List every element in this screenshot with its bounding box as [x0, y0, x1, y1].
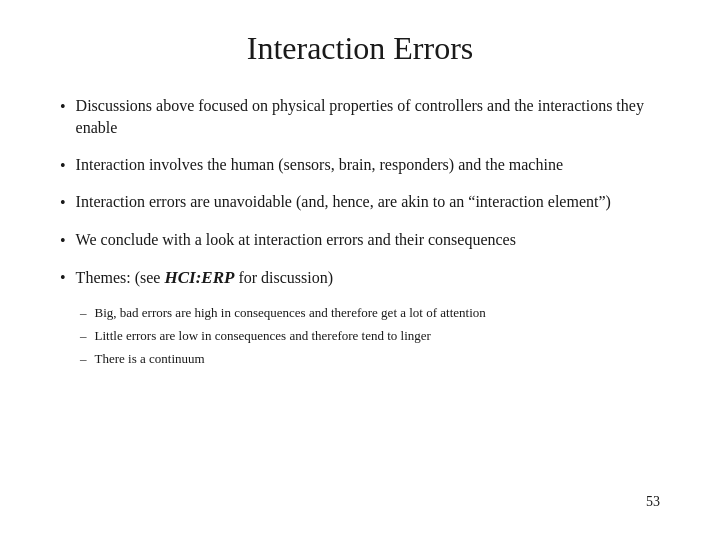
list-item: • Themes: (see HCI:ERP for discussion)	[60, 266, 660, 290]
bullet-dot: •	[60, 155, 66, 177]
sub-dash: –	[80, 350, 87, 368]
sub-dash: –	[80, 304, 87, 322]
sub-text: There is a continuum	[95, 350, 661, 368]
bullet-text-themes: Themes: (see HCI:ERP for discussion)	[76, 266, 660, 290]
sub-dash: –	[80, 327, 87, 345]
bullet-text: Interaction involves the human (sensors,…	[76, 154, 660, 176]
list-item: – Big, bad errors are high in consequenc…	[80, 304, 660, 322]
bullet-text: We conclude with a look at interaction e…	[76, 229, 660, 251]
list-item: – Little errors are low in consequences …	[80, 327, 660, 345]
bullet-dot: •	[60, 96, 66, 118]
bullet-dot: •	[60, 230, 66, 252]
sub-list: – Big, bad errors are high in consequenc…	[80, 304, 660, 369]
bullet-text: Interaction errors are unavoidable (and,…	[76, 191, 660, 213]
themes-prefix: Themes: (see	[76, 269, 165, 286]
themes-suffix: for discussion)	[234, 269, 333, 286]
bullet-dot: •	[60, 267, 66, 289]
slide-title: Interaction Errors	[60, 30, 660, 67]
slide: Interaction Errors • Discussions above f…	[0, 0, 720, 540]
list-item: • Discussions above focused on physical …	[60, 95, 660, 140]
page-number: 53	[60, 488, 660, 510]
sub-text: Little errors are low in consequences an…	[95, 327, 661, 345]
sub-text: Big, bad errors are high in consequences…	[95, 304, 661, 322]
sub-bullet-container: – Big, bad errors are high in consequenc…	[60, 304, 660, 369]
list-item: • Interaction involves the human (sensor…	[60, 154, 660, 177]
bullet-dot: •	[60, 192, 66, 214]
themes-highlight: HCI:ERP	[164, 268, 234, 287]
list-item: • Interaction errors are unavoidable (an…	[60, 191, 660, 214]
list-item: – There is a continuum	[80, 350, 660, 368]
bullet-list: • Discussions above focused on physical …	[60, 95, 660, 488]
bullet-text: Discussions above focused on physical pr…	[76, 95, 660, 140]
list-item: • We conclude with a look at interaction…	[60, 229, 660, 252]
